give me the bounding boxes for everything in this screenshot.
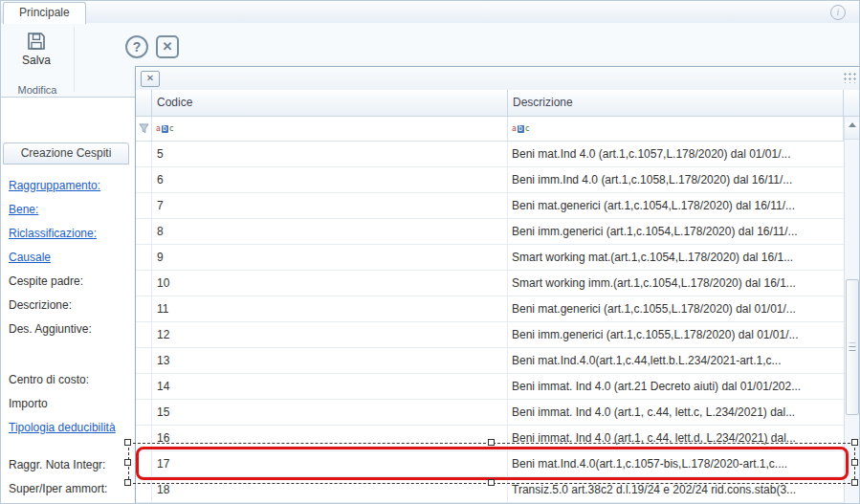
filter-funnel-icon[interactable]: [136, 117, 152, 141]
grid-row-8[interactable]: 8Beni imm.generici (art.1,c.1054,L.178/2…: [136, 219, 844, 245]
cell-codice: 6: [152, 167, 508, 192]
panel-label-des-aggiuntive: Des. Aggiuntive:: [9, 318, 133, 341]
cell-codice: 9: [152, 245, 508, 270]
panel-link-bene[interactable]: Bene:: [9, 198, 133, 222]
panel-link-raggruppamento[interactable]: Raggruppamento:: [9, 174, 133, 198]
cell-codice: 13: [152, 348, 508, 373]
grid-header-row: Codice Descrizione: [136, 90, 860, 117]
cell-descrizione: Beni mat.Ind.4.0(art.1,c.44,lett.b.L.234…: [508, 348, 844, 373]
annotation-handle: [124, 479, 131, 486]
annotation-handle: [851, 459, 858, 466]
popup-resize-grip[interactable]: [843, 72, 856, 83]
grid-row-12[interactable]: 12Beni imm.generici (art.1,c.1055,L.178/…: [136, 322, 844, 348]
row-indicator-cell: [136, 219, 152, 244]
panel-link-causale[interactable]: Causale: [9, 246, 133, 270]
info-icon[interactable]: i: [830, 5, 846, 20]
scroll-up-button[interactable]: [845, 122, 860, 140]
cell-codice: 14: [152, 374, 508, 399]
filter-abc-icon: abc: [156, 125, 173, 133]
ribbon-group-separator: [74, 27, 75, 92]
cell-descrizione: Beni immat. Ind 4.0 (art.1, c.44, lett.c…: [508, 400, 844, 425]
annotation-handle: [851, 439, 858, 446]
field-label-list: Raggruppamento:Bene:Riclassificazione:Ca…: [9, 174, 133, 501]
cell-descrizione: Beni imm.generici (art.1,c.1055,L.178/20…: [508, 322, 844, 347]
panel-label-super-iper-ammort: Super/Iper ammort:: [9, 477, 133, 501]
popup-titlebar: ✕: [136, 67, 860, 91]
cell-descrizione: Beni mat.generici (art.1,c.1054,L.178/20…: [508, 193, 844, 218]
popup-close-button[interactable]: ✕: [141, 71, 160, 87]
row-indicator-cell: [136, 374, 152, 399]
grid-row-15[interactable]: 15Beni immat. Ind 4.0 (art.1, c.44, lett…: [136, 400, 844, 426]
grid-filter-row: abc abc: [136, 117, 844, 142]
panel-label-descrizione: Descrizione:: [9, 294, 133, 318]
filter-abc-icon: abc: [512, 125, 529, 133]
cell-codice: 12: [152, 322, 508, 347]
filter-cell-descrizione[interactable]: abc: [508, 117, 844, 141]
panel-label-centro-di-costo: Centro di costo:: [9, 368, 133, 392]
tab-creazione-cespiti[interactable]: Creazione Cespiti: [3, 142, 129, 164]
cell-descrizione: Smart working imm.(art.1,c.1054,L.178/20…: [508, 271, 844, 296]
row-indicator-header: [136, 90, 152, 116]
row-indicator-cell: [136, 193, 152, 218]
row-indicator-cell: [136, 322, 152, 347]
panel-link-tipologia-deducibilit[interactable]: Tipologia deducibilità: [9, 416, 133, 440]
app-window: Principale i Salva Modifica ? ✕ Creazion…: [0, 0, 860, 504]
row-indicator-cell: [136, 348, 152, 373]
annotation-handle: [488, 439, 495, 446]
up-arrow-icon: [849, 122, 856, 127]
grid-row-6[interactable]: 6Beni imm.Ind 4.0 (art.1,c.1058,L.178/20…: [136, 167, 844, 193]
ribbon-group-caption: Modifica: [1, 84, 74, 96]
close-window-button[interactable]: ✕: [156, 35, 179, 58]
column-header-descrizione[interactable]: Descrizione: [508, 90, 844, 116]
grid-row-11[interactable]: 11Beni mat.generici (art.1,c.1055,L.178/…: [136, 296, 844, 322]
funnel-icon: [139, 123, 149, 134]
cell-codice: 10: [152, 271, 508, 296]
row-indicator-cell: [136, 167, 152, 192]
cell-descrizione: Beni imm.Ind 4.0 (art.1,c.1058,L.178/202…: [508, 167, 844, 192]
annotation-handle: [851, 479, 858, 486]
row-indicator-cell: [136, 245, 152, 270]
cell-codice: 15: [152, 400, 508, 425]
scrollbar-thumb[interactable]: [846, 279, 859, 415]
tab-principale[interactable]: Principale: [3, 2, 86, 24]
save-button[interactable]: Salva: [9, 27, 64, 80]
grid-row-13[interactable]: 13Beni mat.Ind.4.0(art.1,c.44,lett.b.L.2…: [136, 348, 844, 374]
panel-label-importo: Importo: [9, 392, 133, 416]
row-indicator-cell: [136, 400, 152, 425]
grid-row-5[interactable]: 5Beni mat.Ind 4.0 (art.1,c.1057,L.178/20…: [136, 142, 844, 167]
grid-row-14[interactable]: 14Beni immat. Ind 4.0 (art.21 Decreto ai…: [136, 374, 844, 400]
cell-descrizione: Beni mat.Ind 4.0 (art.1,c.1057,L.178/202…: [508, 142, 844, 166]
save-floppy-icon: [9, 30, 64, 53]
annotation-handle: [124, 439, 131, 446]
grid-row-10[interactable]: 10Smart working imm.(art.1,c.1054,L.178/…: [136, 271, 844, 296]
cell-codice: 7: [152, 193, 508, 218]
help-button[interactable]: ?: [125, 35, 148, 58]
cell-descrizione: Beni immat. Ind 4.0 (art.21 Decreto aiut…: [508, 374, 844, 399]
cell-codice: 5: [152, 142, 508, 166]
panel-label-cespite-padre: Cespite padre:: [9, 270, 133, 294]
save-button-label: Salva: [9, 54, 64, 67]
annotation-handle: [124, 459, 131, 466]
row-indicator-cell: [136, 271, 152, 296]
panel-link-riclassificazione[interactable]: Riclassificazione:: [9, 222, 133, 246]
cell-descrizione: Smart working mat.(art.1,c.1054,L.178/20…: [508, 245, 844, 270]
cell-codice: 11: [152, 296, 508, 321]
cell-codice: 8: [152, 219, 508, 244]
grid-row-7[interactable]: 7Beni mat.generici (art.1,c.1054,L.178/2…: [136, 193, 844, 219]
lookup-popup: ✕ Codice Descrizione abc abc 5Beni mat.I…: [135, 66, 860, 504]
panel-label-raggr-nota-integr: Raggr. Nota Integr:: [9, 453, 133, 477]
cell-descrizione: Beni mat.generici (art.1,c.1055,L.178/20…: [508, 296, 844, 321]
annotation-handle: [488, 479, 495, 486]
row-indicator-cell: [136, 296, 152, 321]
row-indicator-cell: [136, 142, 152, 166]
ribbon-tabstrip: Principale i: [1, 1, 859, 24]
filter-cell-codice[interactable]: abc: [152, 117, 508, 141]
grid-row-9[interactable]: 9Smart working mat.(art.1,c.1054,L.178/2…: [136, 245, 844, 271]
annotation-highlight-rect: [136, 447, 849, 480]
column-header-codice[interactable]: Codice: [152, 90, 508, 116]
cell-descrizione: Beni imm.generici (art.1,c.1054,L.178/20…: [508, 219, 844, 244]
header-filler: [844, 90, 860, 116]
